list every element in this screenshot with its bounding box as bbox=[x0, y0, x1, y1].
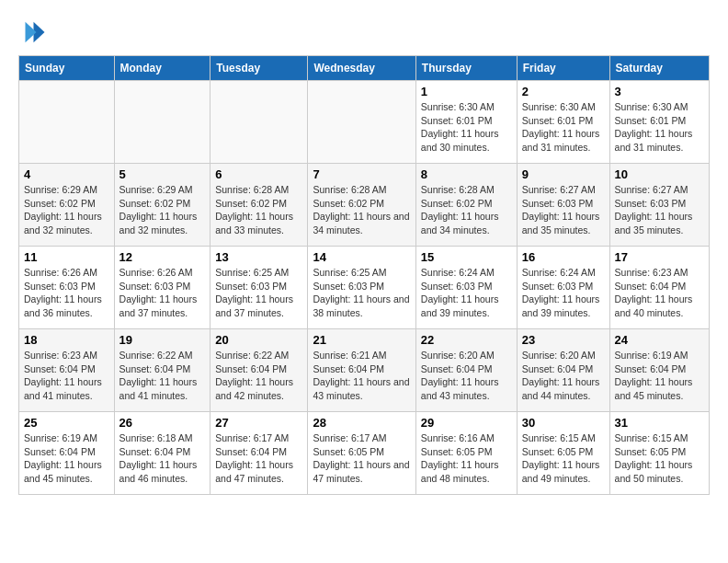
day-info: Sunrise: 6:21 AM Sunset: 6:04 PM Dayligh… bbox=[313, 349, 410, 403]
calendar-cell: 4Sunrise: 6:29 AM Sunset: 6:02 PM Daylig… bbox=[19, 164, 115, 247]
day-number: 28 bbox=[313, 416, 410, 430]
day-info: Sunrise: 6:26 AM Sunset: 6:03 PM Dayligh… bbox=[24, 266, 109, 320]
day-number: 18 bbox=[24, 333, 109, 347]
calendar-cell bbox=[210, 81, 308, 164]
day-number: 1 bbox=[421, 85, 512, 98]
day-number: 11 bbox=[24, 250, 109, 264]
day-number: 25 bbox=[24, 416, 109, 430]
col-header-friday: Friday bbox=[517, 56, 609, 81]
calendar-cell: 26Sunrise: 6:18 AM Sunset: 6:04 PM Dayli… bbox=[114, 412, 210, 495]
day-number: 4 bbox=[24, 167, 109, 181]
day-number: 16 bbox=[522, 250, 605, 264]
calendar-cell: 6Sunrise: 6:28 AM Sunset: 6:02 PM Daylig… bbox=[210, 164, 308, 247]
day-number: 30 bbox=[522, 416, 605, 430]
day-info: Sunrise: 6:20 AM Sunset: 6:04 PM Dayligh… bbox=[421, 349, 512, 403]
day-number: 9 bbox=[522, 167, 605, 181]
calendar-cell: 24Sunrise: 6:19 AM Sunset: 6:04 PM Dayli… bbox=[609, 329, 709, 412]
logo bbox=[18, 18, 50, 46]
calendar-table: SundayMondayTuesdayWednesdayThursdayFrid… bbox=[18, 55, 710, 495]
col-header-sunday: Sunday bbox=[19, 56, 115, 81]
calendar-cell: 27Sunrise: 6:17 AM Sunset: 6:04 PM Dayli… bbox=[210, 412, 308, 495]
day-info: Sunrise: 6:15 AM Sunset: 6:05 PM Dayligh… bbox=[522, 431, 605, 486]
calendar-week-row: 11Sunrise: 6:26 AM Sunset: 6:03 PM Dayli… bbox=[19, 247, 710, 329]
day-number: 12 bbox=[119, 250, 206, 264]
calendar-week-row: 25Sunrise: 6:19 AM Sunset: 6:04 PM Dayli… bbox=[19, 412, 710, 495]
col-header-thursday: Thursday bbox=[415, 56, 517, 81]
day-info: Sunrise: 6:25 AM Sunset: 6:03 PM Dayligh… bbox=[313, 266, 410, 320]
calendar-cell: 12Sunrise: 6:26 AM Sunset: 6:03 PM Dayli… bbox=[114, 247, 210, 329]
day-info: Sunrise: 6:22 AM Sunset: 6:04 PM Dayligh… bbox=[215, 349, 302, 403]
calendar-cell: 10Sunrise: 6:27 AM Sunset: 6:03 PM Dayli… bbox=[609, 164, 709, 247]
calendar-cell: 15Sunrise: 6:24 AM Sunset: 6:03 PM Dayli… bbox=[415, 247, 517, 329]
day-info: Sunrise: 6:23 AM Sunset: 6:04 PM Dayligh… bbox=[24, 349, 109, 403]
day-number: 2 bbox=[522, 85, 605, 98]
day-number: 3 bbox=[615, 85, 704, 98]
col-header-wednesday: Wednesday bbox=[308, 56, 415, 81]
day-number: 31 bbox=[615, 416, 704, 430]
page-header bbox=[18, 18, 710, 46]
day-number: 27 bbox=[215, 416, 302, 430]
calendar-cell: 2Sunrise: 6:30 AM Sunset: 6:01 PM Daylig… bbox=[517, 81, 609, 164]
day-number: 21 bbox=[313, 333, 410, 347]
calendar-cell: 31Sunrise: 6:15 AM Sunset: 6:05 PM Dayli… bbox=[609, 412, 709, 495]
day-number: 19 bbox=[119, 333, 206, 347]
calendar-cell bbox=[19, 81, 115, 164]
calendar-header-row: SundayMondayTuesdayWednesdayThursdayFrid… bbox=[19, 56, 710, 81]
calendar-cell: 1Sunrise: 6:30 AM Sunset: 6:01 PM Daylig… bbox=[415, 81, 517, 164]
calendar-cell: 3Sunrise: 6:30 AM Sunset: 6:01 PM Daylig… bbox=[609, 81, 709, 164]
calendar-cell: 13Sunrise: 6:25 AM Sunset: 6:03 PM Dayli… bbox=[210, 247, 308, 329]
day-info: Sunrise: 6:17 AM Sunset: 6:05 PM Dayligh… bbox=[313, 431, 410, 486]
day-info: Sunrise: 6:27 AM Sunset: 6:03 PM Dayligh… bbox=[522, 183, 605, 237]
day-number: 17 bbox=[615, 250, 704, 264]
day-number: 6 bbox=[215, 167, 302, 181]
calendar-cell: 28Sunrise: 6:17 AM Sunset: 6:05 PM Dayli… bbox=[308, 412, 415, 495]
day-number: 26 bbox=[119, 416, 206, 430]
col-header-monday: Monday bbox=[114, 56, 210, 81]
day-info: Sunrise: 6:19 AM Sunset: 6:04 PM Dayligh… bbox=[24, 431, 109, 486]
day-number: 20 bbox=[215, 333, 302, 347]
calendar-cell: 9Sunrise: 6:27 AM Sunset: 6:03 PM Daylig… bbox=[517, 164, 609, 247]
calendar-cell: 22Sunrise: 6:20 AM Sunset: 6:04 PM Dayli… bbox=[415, 329, 517, 412]
day-number: 8 bbox=[421, 167, 512, 181]
day-info: Sunrise: 6:26 AM Sunset: 6:03 PM Dayligh… bbox=[119, 266, 206, 320]
day-number: 23 bbox=[522, 333, 605, 347]
day-info: Sunrise: 6:28 AM Sunset: 6:02 PM Dayligh… bbox=[215, 183, 302, 237]
logo-icon bbox=[18, 18, 46, 46]
calendar-cell: 30Sunrise: 6:15 AM Sunset: 6:05 PM Dayli… bbox=[517, 412, 609, 495]
day-info: Sunrise: 6:29 AM Sunset: 6:02 PM Dayligh… bbox=[24, 183, 109, 237]
calendar-week-row: 1Sunrise: 6:30 AM Sunset: 6:01 PM Daylig… bbox=[19, 81, 710, 164]
day-info: Sunrise: 6:16 AM Sunset: 6:05 PM Dayligh… bbox=[421, 431, 512, 486]
day-info: Sunrise: 6:15 AM Sunset: 6:05 PM Dayligh… bbox=[615, 431, 704, 486]
day-number: 13 bbox=[215, 250, 302, 264]
calendar-cell: 16Sunrise: 6:24 AM Sunset: 6:03 PM Dayli… bbox=[517, 247, 609, 329]
calendar-week-row: 4Sunrise: 6:29 AM Sunset: 6:02 PM Daylig… bbox=[19, 164, 710, 247]
day-number: 24 bbox=[615, 333, 704, 347]
col-header-tuesday: Tuesday bbox=[210, 56, 308, 81]
day-info: Sunrise: 6:22 AM Sunset: 6:04 PM Dayligh… bbox=[119, 349, 206, 403]
calendar-cell bbox=[114, 81, 210, 164]
day-info: Sunrise: 6:30 AM Sunset: 6:01 PM Dayligh… bbox=[615, 100, 704, 155]
calendar-cell: 7Sunrise: 6:28 AM Sunset: 6:02 PM Daylig… bbox=[308, 164, 415, 247]
calendar-cell: 20Sunrise: 6:22 AM Sunset: 6:04 PM Dayli… bbox=[210, 329, 308, 412]
calendar-cell: 18Sunrise: 6:23 AM Sunset: 6:04 PM Dayli… bbox=[19, 329, 115, 412]
day-info: Sunrise: 6:20 AM Sunset: 6:04 PM Dayligh… bbox=[522, 349, 605, 403]
day-info: Sunrise: 6:19 AM Sunset: 6:04 PM Dayligh… bbox=[615, 349, 704, 403]
day-info: Sunrise: 6:25 AM Sunset: 6:03 PM Dayligh… bbox=[215, 266, 302, 320]
day-number: 7 bbox=[313, 167, 410, 181]
calendar-cell: 17Sunrise: 6:23 AM Sunset: 6:04 PM Dayli… bbox=[609, 247, 709, 329]
day-number: 5 bbox=[119, 167, 206, 181]
calendar-cell: 23Sunrise: 6:20 AM Sunset: 6:04 PM Dayli… bbox=[517, 329, 609, 412]
calendar-cell: 25Sunrise: 6:19 AM Sunset: 6:04 PM Dayli… bbox=[19, 412, 115, 495]
col-header-saturday: Saturday bbox=[609, 56, 709, 81]
day-info: Sunrise: 6:18 AM Sunset: 6:04 PM Dayligh… bbox=[119, 431, 206, 486]
day-info: Sunrise: 6:28 AM Sunset: 6:02 PM Dayligh… bbox=[313, 183, 410, 237]
day-info: Sunrise: 6:30 AM Sunset: 6:01 PM Dayligh… bbox=[522, 100, 605, 155]
day-number: 29 bbox=[421, 416, 512, 430]
day-info: Sunrise: 6:17 AM Sunset: 6:04 PM Dayligh… bbox=[215, 431, 302, 486]
calendar-cell: 29Sunrise: 6:16 AM Sunset: 6:05 PM Dayli… bbox=[415, 412, 517, 495]
calendar-cell bbox=[308, 81, 415, 164]
calendar-cell: 5Sunrise: 6:29 AM Sunset: 6:02 PM Daylig… bbox=[114, 164, 210, 247]
day-number: 10 bbox=[615, 167, 704, 181]
calendar-cell: 11Sunrise: 6:26 AM Sunset: 6:03 PM Dayli… bbox=[19, 247, 115, 329]
day-number: 14 bbox=[313, 250, 410, 264]
